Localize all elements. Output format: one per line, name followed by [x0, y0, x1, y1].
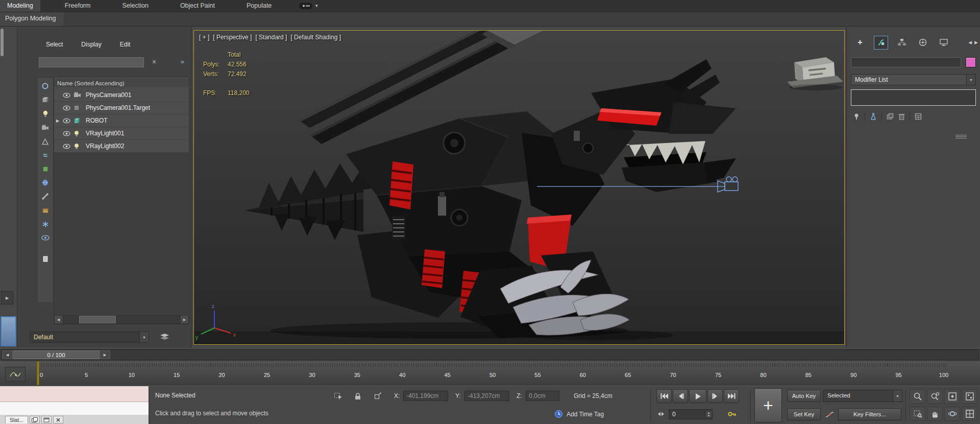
- viewport-menu-pov[interactable]: [ Perspective ]: [213, 34, 252, 41]
- menu-select[interactable]: Select: [46, 41, 63, 48]
- frame-indicator[interactable]: 0 / 100: [13, 350, 100, 359]
- create-key-plus-button[interactable]: +: [754, 388, 782, 422]
- visibility-eye-icon[interactable]: [63, 118, 74, 124]
- menu-display[interactable]: Display: [81, 41, 101, 48]
- scrollbar-thumb[interactable]: [79, 316, 116, 323]
- macro-recorder-pane[interactable]: [0, 386, 149, 402]
- close-window-button[interactable]: [53, 416, 63, 423]
- x-coord-field[interactable]: -401,199cm: [403, 391, 448, 401]
- time-slider-handle[interactable]: ◀ 0 / 100 ▶: [2, 350, 110, 359]
- dock-scrollbar[interactable]: [1, 29, 4, 56]
- scroll-right-button[interactable]: ▶: [180, 315, 189, 324]
- overflow-chevrons-icon[interactable]: »: [181, 58, 184, 65]
- visibility-eye-icon[interactable]: [63, 92, 74, 98]
- auto-key-button[interactable]: Auto Key: [787, 390, 821, 402]
- absolute-offset-mode-icon[interactable]: [371, 390, 384, 402]
- modifier-list-dropdown[interactable]: Modifier List ▼: [851, 74, 976, 85]
- add-time-tag-label[interactable]: Add Time Tag: [567, 411, 604, 418]
- panel-scroll-right-icon[interactable]: ▶: [974, 40, 978, 45]
- viewport-canvas[interactable]: z x y: [194, 31, 844, 344]
- viewport-layout-tab[interactable]: [1, 316, 16, 346]
- menu-edit[interactable]: Edit: [120, 41, 131, 48]
- ribbon-config-button[interactable]: ▼: [299, 0, 318, 12]
- scene-object-row-vraylight001[interactable]: VRayLight001: [54, 127, 189, 140]
- filter-groups-icon[interactable]: [38, 162, 52, 176]
- modifier-stack[interactable]: [851, 89, 976, 106]
- visibility-eye-icon[interactable]: [63, 144, 74, 149]
- viewport-menu-shading[interactable]: [ Default Shading ]: [290, 34, 341, 41]
- filter-cameras-icon[interactable]: [38, 121, 52, 134]
- default-tangent-icon[interactable]: [823, 409, 836, 420]
- expand-arrow-icon[interactable]: ▶: [56, 119, 63, 123]
- filter-xrefs-icon[interactable]: [38, 176, 52, 190]
- listener-pane[interactable]: [0, 402, 149, 415]
- restore-window-button[interactable]: [41, 416, 52, 423]
- key-filters-button[interactable]: Key Filters...: [838, 408, 901, 420]
- visibility-eye-icon[interactable]: [63, 131, 74, 136]
- motion-tab[interactable]: [916, 36, 930, 50]
- scroll-left-button[interactable]: ◀: [54, 315, 63, 324]
- key-step-arrows-icon[interactable]: [655, 409, 667, 419]
- chevron-down-icon[interactable]: ▼: [966, 75, 975, 85]
- filter-systems-icon[interactable]: [38, 217, 52, 231]
- viewport-menu-renderer[interactable]: [ Standard ]: [255, 34, 287, 41]
- configure-columns-icon[interactable]: [38, 252, 52, 266]
- y-coord-field[interactable]: -413,207cm: [464, 391, 509, 401]
- cascade-windows-button[interactable]: [30, 416, 40, 423]
- track-bar[interactable]: 0510152025303540455055606570758085909510…: [0, 361, 980, 386]
- object-color-swatch[interactable]: [966, 57, 976, 67]
- filter-bones-icon[interactable]: [38, 190, 52, 203]
- go-to-end-button[interactable]: [724, 389, 739, 403]
- ribbon-tab-freeform[interactable]: Freeform: [58, 0, 98, 12]
- orbit-icon[interactable]: [944, 407, 960, 421]
- selection-lock-icon[interactable]: [351, 390, 364, 402]
- scene-object-row-physcamera001-target[interactable]: PhysCamera001.Target: [54, 102, 189, 114]
- polygon-modeling-panel-tab[interactable]: Polygon Modeling: [0, 12, 64, 26]
- maxscript-mini-listener[interactable]: Slat...: [0, 386, 149, 424]
- zoom-extents-icon[interactable]: [944, 389, 960, 404]
- search-input[interactable]: [39, 57, 144, 67]
- filter-geometry-icon[interactable]: [38, 93, 52, 107]
- scene-object-row-vraylight002[interactable]: VRayLight002: [54, 140, 189, 153]
- time-tag-icon[interactable]: [554, 410, 563, 418]
- previous-frame-button[interactable]: [673, 389, 688, 403]
- zoom-region-icon[interactable]: [910, 407, 925, 421]
- perspective-viewport[interactable]: z x y [ + ] [ Perspective ] [ Standard ]…: [193, 30, 845, 345]
- expand-panel-button[interactable]: ▶: [1, 291, 13, 304]
- filter-helpers-icon[interactable]: [38, 134, 52, 148]
- go-to-start-button[interactable]: [656, 389, 672, 403]
- panel-resize-grip[interactable]: [955, 134, 967, 139]
- scene-object-row-physcamera001[interactable]: PhysCamera001: [54, 89, 189, 102]
- layers-icon[interactable]: [160, 334, 169, 340]
- ribbon-tab-modeling[interactable]: Modeling: [0, 0, 40, 12]
- frame-spinner[interactable]: ▲ ▼: [705, 411, 712, 417]
- hierarchy-tab[interactable]: [895, 36, 909, 50]
- ribbon-tab-selection[interactable]: Selection: [115, 0, 155, 12]
- filter-containers-icon[interactable]: [38, 203, 52, 217]
- clear-search-icon[interactable]: ×: [152, 58, 156, 66]
- current-frame-field[interactable]: 0 ▲ ▼: [669, 409, 713, 419]
- zoom-icon[interactable]: [910, 389, 925, 404]
- scene-object-row-robot[interactable]: ▶ ROBOT: [54, 114, 189, 127]
- zoom-extents-all-icon[interactable]: [962, 389, 977, 404]
- name-column-header[interactable]: Name (Sorted Ascending): [54, 78, 189, 88]
- next-frame-button[interactable]: [707, 389, 723, 403]
- play-button[interactable]: [689, 389, 706, 403]
- scrollbar-track[interactable]: [63, 315, 180, 324]
- slate-tab[interactable]: Slat...: [5, 416, 28, 423]
- object-name-field[interactable]: [851, 57, 961, 67]
- window-crossing-icon[interactable]: [332, 390, 345, 402]
- configure-modifier-sets-icon[interactable]: [915, 113, 922, 120]
- viewport-menu-general[interactable]: [ + ]: [199, 34, 209, 41]
- visibility-eye-icon[interactable]: [63, 105, 74, 111]
- maximize-viewport-icon[interactable]: [962, 407, 977, 421]
- display-tab[interactable]: [937, 36, 951, 50]
- make-unique-icon[interactable]: [887, 113, 894, 120]
- previous-frame-arrow[interactable]: ◀: [2, 350, 13, 359]
- filter-lights-icon[interactable]: [38, 107, 52, 121]
- pan-hand-icon[interactable]: [927, 407, 943, 421]
- chevron-down-icon[interactable]: ▼: [139, 332, 149, 342]
- remove-modifier-icon[interactable]: [898, 113, 905, 120]
- selection-set-filter-dropdown[interactable]: Selected ▼: [823, 390, 902, 402]
- filter-spacewarps-icon[interactable]: ≈: [38, 148, 52, 162]
